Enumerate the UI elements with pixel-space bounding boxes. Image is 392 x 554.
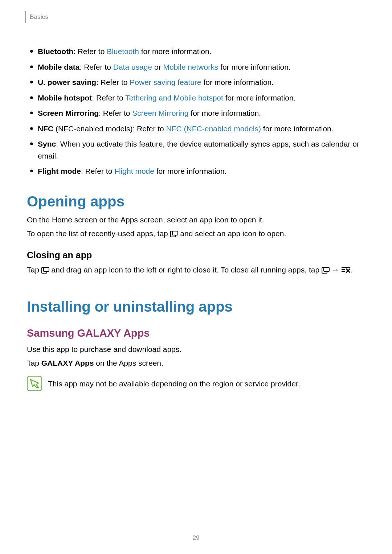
list-item: Mobile data: Refer to Data usage or Mobi… [38,61,365,73]
text: Tap [27,359,41,367]
note-icon [27,376,42,391]
link-bluetooth[interactable]: Bluetooth [107,47,139,56]
feature-label: Mobile hotspot [38,94,92,102]
text: Tap and drag an app icon to the left or … [27,264,365,276]
list-item: Mobile hotspot: Refer to Tethering and M… [38,92,365,104]
text: : Refer to [80,63,113,71]
heading-galaxy-apps: Samsung GALAXY Apps [27,327,365,339]
link-flight-mode[interactable]: Flight mode [114,167,154,175]
feature-label: Bluetooth [38,47,73,56]
text: for more information. [223,94,296,102]
text: . [350,266,352,274]
text: : Refer to [96,78,130,86]
feature-label: Mobile data [38,63,80,71]
feature-label: U. power saving [38,78,96,86]
heading-installing: Installing or uninstalling apps [27,299,365,315]
text-bold: GALAXY Apps [41,359,94,367]
list-item: Flight mode: Refer to Flight mode for mo… [38,165,365,177]
text: → [330,266,342,274]
link-tethering[interactable]: Tethering and Mobile hotspot [125,94,223,102]
feature-label: NFC [38,124,53,133]
link-data-usage[interactable]: Data usage [113,63,152,71]
feature-label: Screen Mirroring [38,109,99,117]
link-mobile-networks[interactable]: Mobile networks [163,63,218,71]
link-nfc[interactable]: NFC (NFC-enabled models) [166,124,261,133]
text: To open the list of recently-used apps, … [27,228,365,240]
page-number: 29 [0,534,392,542]
text: (NFC-enabled models) [53,124,132,133]
note-text: This app may not be available depending … [48,376,300,390]
text: On the Home screen or the Apps screen, s… [27,214,365,226]
text: : When you activate this feature, the de… [38,140,359,160]
text: for more information. [139,47,212,56]
text: : Refer to [99,109,132,117]
list-item: Screen Mirroring: Refer to Screen Mirror… [38,107,365,119]
recent-apps-icon [170,231,178,237]
text: Tap [27,266,41,274]
link-power-saving[interactable]: Power saving feature [130,78,201,86]
page-root: Basics Bluetooth: Refer to Bluetooth for… [0,0,392,554]
text: for more information. [154,167,227,175]
text: or [152,63,163,71]
list-item: U. power saving: Refer to Power saving f… [38,77,365,89]
text: for more information. [218,63,291,71]
note-callout: This app may not be available depending … [27,376,365,391]
page-header: Basics [25,11,367,23]
text: for more information. [261,124,334,133]
text: and drag an app icon to the left or righ… [49,266,322,274]
svg-rect-1 [172,231,178,235]
feature-list: Bluetooth: Refer to Bluetooth for more i… [27,46,365,177]
text: for more information. [201,78,274,86]
text: : Refer to [81,167,114,175]
text: : Refer to [92,94,125,102]
list-item: NFC (NFC-enabled models): Refer to NFC (… [38,123,365,135]
breadcrumb: Basics [30,13,48,21]
text: Use this app to purchase and download ap… [27,344,365,356]
heading-opening-apps: Opening apps [27,193,365,210]
svg-rect-3 [44,267,49,271]
header-divider [25,11,26,23]
text: : Refer to [132,124,166,133]
text: on the Apps screen. [94,359,163,367]
list-item: Bluetooth: Refer to Bluetooth for more i… [38,46,365,58]
svg-rect-5 [324,267,329,271]
text: for more information. [188,109,261,117]
recent-apps-icon [41,267,49,274]
list-item: Sync: When you activate this feature, th… [38,138,365,162]
feature-label: Flight mode [38,167,81,175]
text: To open the list of recently-used apps, … [27,229,170,238]
page-content: Bluetooth: Refer to Bluetooth for more i… [25,46,367,391]
text: Tap GALAXY Apps on the Apps screen. [27,357,365,369]
recent-apps-icon [322,267,330,274]
heading-closing-an-app: Closing an app [27,250,365,260]
text: and select an app icon to open. [178,229,286,238]
feature-label: Sync [38,140,56,148]
close-all-icon [342,267,350,274]
link-screen-mirroring[interactable]: Screen Mirroring [132,109,188,117]
text: : Refer to [73,47,107,56]
